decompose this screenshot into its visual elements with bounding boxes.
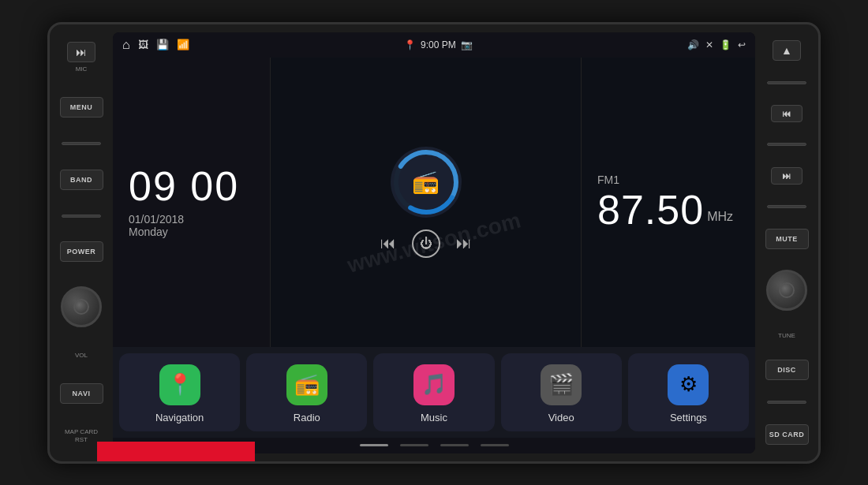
next-track-button[interactable]: ⏭ bbox=[771, 167, 803, 185]
app-icon-symbol-music: 🎵 bbox=[421, 372, 447, 397]
page-dot-4 bbox=[481, 444, 509, 446]
prev-track-button[interactable]: ⏮ bbox=[771, 105, 803, 122]
status-time: 9:00 PM bbox=[421, 39, 456, 50]
radio-prev-btn[interactable]: ⏮ bbox=[380, 234, 396, 252]
red-accent bbox=[97, 442, 255, 461]
day-display: Monday bbox=[129, 226, 254, 238]
gallery-icon: 🖼 bbox=[138, 39, 148, 50]
app-label-music: Music bbox=[421, 412, 447, 423]
date-display: 01/01/2018 bbox=[129, 213, 254, 226]
right-line-3 bbox=[767, 205, 806, 208]
app-icon-symbol-radio: 📻 bbox=[294, 372, 320, 397]
power-button[interactable]: POWER bbox=[60, 241, 103, 262]
location-icon: 📍 bbox=[404, 39, 416, 50]
skip-forward-btn[interactable]: ⏭ bbox=[67, 42, 95, 62]
radio-circle: 📻 bbox=[391, 147, 462, 218]
tune-knob[interactable] bbox=[766, 270, 807, 311]
fm-freq-row: 87.50 MHz bbox=[597, 189, 739, 230]
app-icon-settings: ⚙ bbox=[668, 364, 709, 405]
right-panel: ▲ ⏮ ⏭ MUTE TUNE DISC SD CARD bbox=[755, 24, 818, 461]
app-label-radio: Radio bbox=[294, 412, 320, 423]
app-icon-navigation: 📍 bbox=[159, 364, 200, 405]
map-card-label: MAP CARD bbox=[65, 428, 98, 435]
tune-label: TUNE bbox=[778, 332, 795, 339]
fm-unit: MHz bbox=[707, 210, 733, 224]
fm-frequency: 87.50 bbox=[597, 189, 704, 230]
right-line-1 bbox=[767, 81, 806, 84]
clock-panel: 09 00 01/01/2018 Monday bbox=[113, 58, 271, 347]
radio-controls: ⏮ ⏻ ⏭ bbox=[380, 229, 472, 258]
mic-label: MIC bbox=[76, 65, 88, 73]
radio-visual-panel: 📻 ⏮ ⏻ ⏭ bbox=[271, 58, 582, 347]
volume-knob[interactable] bbox=[61, 286, 102, 327]
sd-card-button[interactable]: SD CARD bbox=[765, 424, 809, 445]
app-icon-symbol-video: 🎬 bbox=[548, 372, 574, 397]
page-dot-3 bbox=[440, 444, 469, 446]
app-item-video[interactable]: 🎬 Video bbox=[501, 353, 622, 431]
camera-icon: 📷 bbox=[461, 39, 473, 50]
app-grid: 📍 Navigation 📻 Radio 🎵 Music 🎬 Video ⚙ S… bbox=[113, 347, 755, 438]
radio-center-icon: 📻 bbox=[412, 169, 440, 195]
app-icon-symbol-navigation: 📍 bbox=[167, 372, 193, 397]
vol-label: VOL bbox=[75, 352, 88, 359]
app-item-settings[interactable]: ⚙ Settings bbox=[628, 353, 749, 431]
app-icon-video: 🎬 bbox=[541, 364, 582, 405]
status-bar-center: 📍 9:00 PM 📷 bbox=[404, 39, 473, 50]
close-status-icon: ✕ bbox=[705, 39, 713, 50]
status-bar: ⌂ 🖼 💾 📶 📍 9:00 PM 📷 🔊 ✕ 🔋 ↩ bbox=[113, 32, 755, 58]
band-button[interactable]: BAND bbox=[60, 170, 103, 190]
home-icon[interactable]: ⌂ bbox=[122, 38, 130, 52]
disc-button[interactable]: DISC bbox=[765, 360, 809, 380]
main-screen: ⌂ 🖼 💾 📶 📍 9:00 PM 📷 🔊 ✕ 🔋 ↩ 09 00 bbox=[113, 32, 755, 453]
app-label-video: Video bbox=[548, 412, 574, 423]
signal-icon: 📶 bbox=[177, 39, 189, 50]
left-panel: ⏭ MIC MENU BAND POWER VOL NAVI MAP CARD … bbox=[50, 24, 113, 461]
menu-button[interactable]: MENU bbox=[60, 97, 103, 118]
volume-status-icon: 🔊 bbox=[687, 39, 699, 50]
battery-status-icon: 🔋 bbox=[720, 39, 731, 50]
volume-knob-inner bbox=[73, 299, 89, 315]
app-label-navigation: Navigation bbox=[155, 412, 204, 423]
tune-knob-inner bbox=[779, 282, 795, 298]
page-dot-1 bbox=[360, 444, 388, 446]
mute-button[interactable]: MUTE bbox=[765, 229, 809, 249]
right-line-2 bbox=[767, 143, 806, 146]
page-dot-2 bbox=[400, 444, 428, 446]
app-label-settings: Settings bbox=[670, 412, 707, 423]
band-line-divider bbox=[62, 215, 101, 218]
clock-display: 09 00 bbox=[129, 166, 254, 207]
car-head-unit: ⏭ MIC MENU BAND POWER VOL NAVI MAP CARD … bbox=[47, 22, 821, 464]
main-info-row: 09 00 01/01/2018 Monday 📻 ⏮ bbox=[113, 58, 755, 347]
right-line-4 bbox=[767, 401, 806, 404]
eject-button[interactable]: ▲ bbox=[773, 40, 801, 61]
back-icon[interactable]: ↩ bbox=[738, 39, 746, 50]
app-icon-symbol-settings: ⚙ bbox=[679, 372, 698, 397]
app-item-navigation[interactable]: 📍 Navigation bbox=[119, 353, 240, 431]
radio-next-btn[interactable]: ⏭ bbox=[456, 234, 472, 252]
status-bar-left: ⌂ 🖼 💾 📶 bbox=[122, 38, 189, 52]
fm-label: FM1 bbox=[597, 173, 739, 186]
menu-line-divider bbox=[62, 142, 101, 145]
radio-power-btn[interactable]: ⏻ bbox=[412, 229, 440, 258]
rst-label: RST bbox=[75, 436, 88, 443]
app-item-music[interactable]: 🎵 Music bbox=[373, 353, 494, 431]
save-icon: 💾 bbox=[156, 39, 169, 50]
fm-panel: FM1 87.50 MHz bbox=[582, 58, 755, 347]
app-icon-radio: 📻 bbox=[286, 364, 327, 405]
app-icon-music: 🎵 bbox=[413, 364, 455, 405]
navi-button[interactable]: NAVI bbox=[60, 383, 103, 404]
status-bar-right: 🔊 ✕ 🔋 ↩ bbox=[687, 39, 746, 50]
app-item-radio[interactable]: 📻 Radio bbox=[246, 353, 367, 431]
